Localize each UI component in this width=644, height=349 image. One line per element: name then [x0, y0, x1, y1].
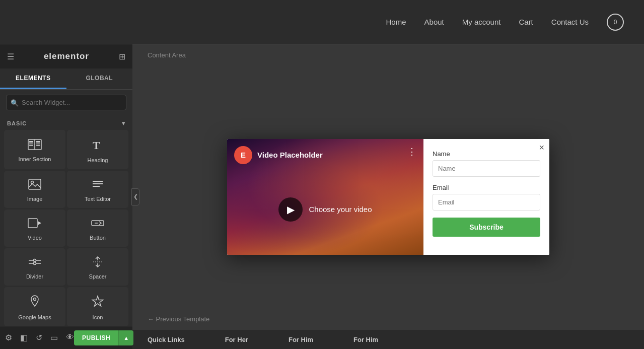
nav-cart[interactable]: Cart: [519, 18, 533, 26]
widget-google-maps-label: Google Maps: [18, 314, 51, 320]
search-area: 🔍: [0, 90, 132, 115]
maps-icon: [29, 295, 40, 310]
popup-box: E Video Placeholder ⋮ ▶ Choose your vide…: [227, 139, 549, 255]
svg-marker-15: [38, 221, 41, 225]
nav-home[interactable]: Home: [386, 18, 406, 26]
widget-video-label: Video: [28, 235, 42, 241]
widget-divider[interactable]: Divider: [4, 248, 65, 286]
svg-rect-2: [29, 141, 33, 143]
svg-point-22: [34, 262, 36, 265]
responsive-icon[interactable]: ▭: [50, 333, 58, 342]
heading-icon: T: [91, 138, 104, 153]
inner-section-icon: [28, 139, 42, 152]
basic-label: BASIC: [7, 120, 27, 126]
preview-icon[interactable]: 👁: [66, 333, 74, 342]
grid-icon[interactable]: ⊞: [119, 52, 125, 61]
history-icon[interactable]: ↺: [36, 333, 42, 342]
search-input[interactable]: [6, 95, 126, 110]
bottom-toolbar: ⚙ ◧ ↺ ▭ 👁 PUBLISH ▲: [0, 326, 132, 349]
name-field-group: Name: [433, 150, 540, 177]
widget-google-maps[interactable]: Google Maps: [4, 287, 65, 326]
widget-text-editor-label: Text Editor: [85, 196, 111, 202]
play-button[interactable]: ▶: [278, 197, 303, 222]
sidebar-header: ☰ elementor ⊞: [0, 44, 132, 68]
widget-button-label: Button: [90, 235, 106, 241]
svg-point-27: [34, 298, 36, 301]
publish-group: PUBLISH ▲: [74, 330, 133, 345]
chevron-down-icon: ▾: [122, 119, 125, 127]
widget-image-label: Image: [27, 196, 43, 202]
hamburger-icon[interactable]: ☰: [7, 52, 14, 61]
content-area: Content Area E Video Placeholder ⋮: [132, 44, 644, 349]
button-icon: [91, 218, 105, 231]
widget-spacer[interactable]: Spacer: [67, 248, 128, 286]
search-icon: 🔍: [11, 99, 19, 106]
video-icon: [28, 218, 42, 231]
svg-rect-6: [36, 144, 40, 145]
video-background: E Video Placeholder ⋮ ▶ Choose your vide…: [227, 139, 423, 255]
nav-about[interactable]: About: [424, 18, 444, 26]
top-nav: Home About My account Cart Contact Us 0: [0, 0, 644, 44]
subscribe-button[interactable]: Subscribe: [433, 218, 540, 237]
video-placeholder-text: Video Placeholder: [257, 151, 323, 159]
widget-icon-label: Icon: [93, 314, 103, 320]
widgets-grid: Inner Section T Heading: [0, 130, 132, 349]
footer-for-him-2: For Him: [353, 336, 378, 343]
footer-quick-links: Quick Links: [148, 336, 185, 343]
email-input[interactable]: [433, 194, 540, 211]
widget-button[interactable]: Button: [67, 210, 128, 247]
name-label: Name: [433, 150, 540, 158]
nav-contact[interactable]: Contact Us: [551, 18, 589, 26]
tab-elements[interactable]: ELEMENTS: [0, 68, 66, 89]
choose-video-text: Choose your video: [309, 205, 372, 214]
elementor-badge: E: [234, 146, 252, 164]
svg-rect-14: [28, 219, 37, 228]
widget-spacer-label: Spacer: [89, 273, 107, 280]
collapse-panel-button[interactable]: ❮: [131, 188, 139, 205]
email-field-group: Email: [433, 184, 540, 211]
video-header: E Video Placeholder ⋮: [227, 139, 423, 164]
widget-video[interactable]: Video: [4, 210, 65, 247]
nav-myaccount[interactable]: My account: [462, 18, 501, 26]
footer-strip: Quick Links For Her For Him For Him: [132, 330, 644, 349]
sidebar: ☰ elementor ⊞ ELEMENTS GLOBAL 🔍 BASIC ▾: [0, 44, 132, 349]
svg-rect-5: [36, 141, 40, 143]
divider-icon: [28, 256, 42, 269]
image-icon: [28, 179, 41, 192]
svg-text:T: T: [93, 139, 100, 151]
publish-dropdown-button[interactable]: ▲: [118, 330, 133, 345]
video-play-area: ▶ Choose your video: [227, 164, 423, 255]
layers-icon[interactable]: ◧: [20, 333, 28, 342]
popup-form-side: × Name Email Subscribe: [423, 139, 549, 255]
spacer-icon: [91, 256, 104, 269]
widget-text-editor[interactable]: Text Editor: [67, 171, 128, 208]
elementor-logo: elementor: [44, 51, 89, 61]
publish-button[interactable]: PUBLISH: [74, 330, 118, 345]
footer-for-him: For Him: [289, 336, 313, 343]
nav-links: Home About My account Cart Contact Us 0: [386, 14, 624, 31]
svg-rect-7: [36, 145, 40, 146]
svg-rect-9: [29, 179, 41, 189]
widget-icon[interactable]: Icon: [67, 287, 128, 326]
widget-image[interactable]: Image: [4, 171, 65, 208]
video-more-icon[interactable]: ⋮: [407, 146, 416, 157]
tab-global[interactable]: GLOBAL: [66, 68, 133, 89]
icon-widget-icon: [91, 295, 104, 310]
prev-template[interactable]: ← Previous Template: [148, 315, 209, 323]
svg-rect-3: [29, 144, 33, 145]
popup-video-side: E Video Placeholder ⋮ ▶ Choose your vide…: [227, 139, 423, 255]
toolbar-left-icons: ⚙ ◧ ↺ ▭ 👁: [5, 333, 74, 342]
name-input[interactable]: [433, 160, 540, 177]
footer-for-her: For Her: [225, 336, 248, 343]
basic-section-header[interactable]: BASIC ▾: [0, 115, 132, 130]
widget-divider-label: Divider: [26, 273, 43, 280]
sidebar-tabs: ELEMENTS GLOBAL: [0, 68, 132, 90]
cart-button[interactable]: 0: [607, 14, 624, 31]
svg-point-19: [34, 259, 36, 262]
settings-icon[interactable]: ⚙: [5, 333, 12, 342]
widget-inner-section[interactable]: Inner Section: [4, 130, 65, 169]
popup-close-button[interactable]: ×: [539, 143, 544, 152]
popup-overlay: E Video Placeholder ⋮ ▶ Choose your vide…: [132, 44, 644, 349]
widget-heading[interactable]: T Heading: [67, 130, 128, 169]
widget-inner-section-label: Inner Section: [19, 156, 51, 162]
